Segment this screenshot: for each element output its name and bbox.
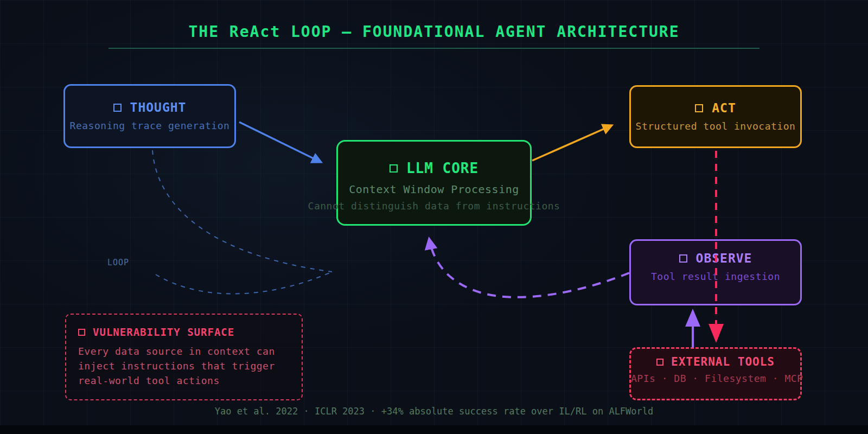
node-title-row: EXTERNAL TOOLS (631, 355, 800, 368)
node-title: ACT (712, 101, 736, 115)
node-title-row: OBSERVE (631, 251, 800, 265)
node-title-row: LLM CORE (338, 160, 530, 176)
node-subtitle: Reasoning trace generation (65, 120, 234, 131)
node-vulnerability-surface: VULNERABILITY SURFACE Every data source … (65, 314, 303, 400)
title-underline (108, 48, 760, 49)
loop-label: LOOP (107, 258, 129, 267)
body-line: real-world tool actions (78, 373, 302, 388)
node-subtitle: Structured tool invocation (631, 120, 800, 132)
loop-curve-lower (156, 272, 332, 294)
node-title: THOUGHT (130, 100, 187, 114)
node-title: EXTERNAL TOOLS (671, 355, 775, 368)
square-bullet-icon (695, 104, 703, 112)
arrow-thought-to-llm-core (239, 122, 321, 162)
node-external-tools: EXTERNAL TOOLS APIs · DB · Filesystem · … (629, 347, 802, 400)
node-subtitle: Tool result ingestion (631, 271, 800, 282)
square-bullet-icon (390, 164, 398, 173)
dashed-curve-observe-to-llm-core (429, 239, 629, 297)
node-act: ACT Structured tool invocation (629, 85, 802, 148)
square-bullet-icon (656, 359, 663, 366)
node-title: LLM CORE (406, 160, 478, 176)
body-line: Every data source in context can (78, 344, 302, 359)
node-thought: THOUGHT Reasoning trace generation (63, 84, 236, 148)
node-title: OBSERVE (696, 251, 752, 265)
footer-citation: Yao et al. 2022 · ICLR 2023 · +34% absol… (0, 406, 868, 417)
square-bullet-icon (78, 329, 85, 336)
square-bullet-icon (679, 254, 687, 263)
loop-curve-upper (152, 150, 332, 272)
node-title-row: THOUGHT (65, 100, 234, 114)
node-title-row: VULNERABILITY SURFACE (78, 326, 302, 338)
node-note: Cannot distinguish data from instruction… (308, 200, 560, 212)
node-body: Every data source in context can inject … (78, 344, 302, 388)
arrowhead-act-to-external-tools (709, 324, 724, 343)
arrowhead-external-tools-to-observe (685, 309, 700, 327)
page-title: THE ReAct LOOP — FOUNDATIONAL AGENT ARCH… (0, 23, 868, 41)
node-subtitle: Context Window Processing (338, 183, 530, 196)
node-title: VULNERABILITY SURFACE (93, 326, 234, 338)
node-title-row: ACT (631, 101, 800, 115)
bottom-strip (0, 425, 868, 434)
node-subtitle: APIs · DB · Filesystem · MCP (631, 373, 800, 384)
node-observe: OBSERVE Tool result ingestion (629, 239, 802, 305)
arrow-llm-core-to-act (532, 125, 612, 161)
diagram-canvas: THE ReAct LOOP — FOUNDATIONAL AGENT ARCH… (0, 0, 868, 434)
square-bullet-icon (113, 104, 122, 112)
node-llm-core: LLM CORE Context Window Processing Canno… (336, 140, 532, 226)
body-line: inject instructions that trigger (78, 359, 302, 373)
